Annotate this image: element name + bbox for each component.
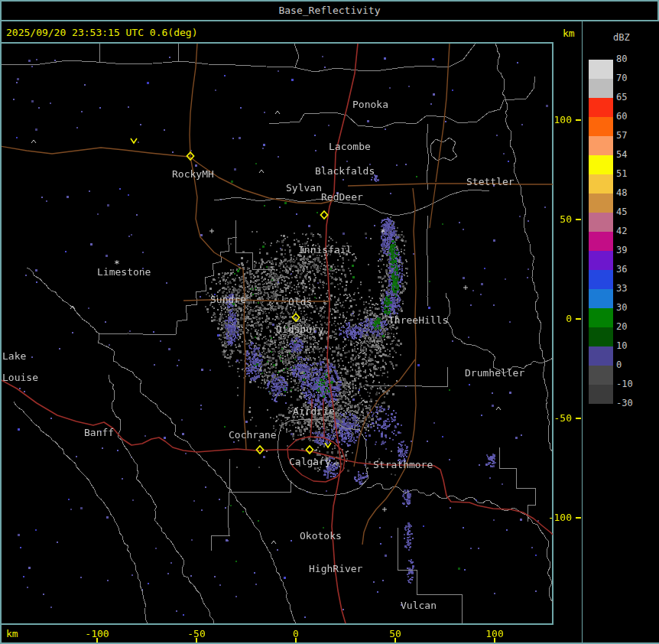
right-axis-tick (576, 119, 581, 121)
boundary-line (2, 44, 476, 72)
legend-cell (589, 174, 613, 194)
city-label: Ponoka (352, 99, 388, 110)
city-label: Vulcan (401, 600, 437, 611)
road-red (2, 379, 342, 460)
right-axis-tick (576, 318, 581, 320)
station-diamond-marker (321, 211, 328, 219)
city-label: Airdrie (293, 405, 335, 417)
right-axis-tick (576, 517, 581, 519)
road-brown (190, 44, 197, 156)
legend-cell (589, 366, 613, 385)
legend-cell (589, 155, 613, 174)
city-label: Sylvan (286, 182, 322, 194)
legend-cell (589, 251, 613, 270)
boundary-line (99, 333, 176, 335)
city-label: Lake (2, 350, 26, 362)
city-label: Louise (2, 372, 38, 383)
right-axis-unit-label: km (563, 28, 575, 39)
city-label: Calgary (289, 456, 331, 467)
legend-cell (589, 213, 613, 232)
boundary-line (14, 402, 148, 623)
legend-cell (589, 117, 613, 136)
legend-panel: dBZ 807065605754514845423936333020100-10… (583, 21, 659, 642)
road-red (342, 460, 553, 535)
boundary-line (446, 293, 553, 373)
right-axis-tick-label: -100 (538, 512, 572, 523)
legend-tick-label: 51 (616, 168, 650, 179)
legend-tick-label: 54 (616, 149, 650, 160)
boundary-line (495, 44, 552, 451)
city-label: Blackfalds (315, 165, 375, 177)
city-label: Limestone (97, 266, 151, 278)
caret-marker (275, 111, 280, 114)
city-label: Cochrane (229, 429, 277, 441)
legend-cell (589, 289, 613, 308)
boundary-line (269, 76, 535, 128)
legend-tick-label: 30 (616, 302, 650, 313)
caret-marker (259, 170, 264, 173)
city-label: Olds (288, 296, 312, 307)
boundary-line (430, 138, 457, 161)
caret-marker (333, 463, 337, 466)
city-label: Banff (84, 427, 114, 438)
city-label: Didsbury (276, 324, 324, 335)
plus-marker (382, 507, 387, 512)
caret-marker (271, 541, 276, 544)
legend-tick-label: 65 (616, 92, 650, 102)
boundary-line (427, 124, 429, 190)
legend-tick-label: 57 (616, 130, 650, 141)
right-axis-tick-label: -50 (538, 412, 572, 424)
legend-tick-label: 45 (616, 207, 650, 217)
legend-tick-label: 70 (616, 73, 650, 83)
legend-cell (589, 60, 613, 79)
city-label: Innisfail (298, 244, 352, 255)
title-bar: Base_Reflectivity (0, 0, 659, 21)
legend-tick-label: 20 (616, 321, 650, 332)
right-axis-tick-label: 50 (538, 213, 572, 225)
legend-tick-label: -30 (616, 398, 650, 408)
city-label: RockyMH (172, 168, 214, 180)
legend-tick-label: -10 (616, 379, 650, 389)
road-brown (2, 146, 334, 203)
legend-tick-label: 80 (616, 54, 650, 64)
boundary-line (176, 237, 237, 334)
legend-cell (589, 270, 613, 289)
city-label: Stettler (466, 176, 515, 187)
bottom-axis-tick (96, 638, 98, 642)
caret-marker (496, 407, 501, 410)
boundary-line (427, 216, 428, 306)
road-brown (362, 188, 416, 545)
legend-tick-label: 10 (616, 340, 650, 351)
legend-tick-label: 48 (616, 187, 650, 198)
city-label: Lacombe (329, 141, 371, 152)
boundary-line (211, 459, 229, 551)
boundary-line (294, 44, 299, 67)
boundary-line (367, 483, 553, 603)
legend-cell (589, 79, 613, 98)
legend-cell (589, 98, 613, 117)
road-red (323, 398, 324, 437)
boundary-line (229, 480, 291, 492)
road-brown (430, 184, 436, 228)
legend-cell (589, 346, 613, 366)
right-axis-tick-label: 100 (538, 114, 572, 125)
bottom-axis-tick (196, 638, 197, 642)
caret-marker (31, 140, 36, 143)
plus-marker (463, 285, 468, 290)
road-brown (354, 359, 415, 467)
city-label: Sundre (210, 294, 246, 305)
title-separator-line (0, 20, 659, 21)
road-brown (436, 44, 450, 182)
city-label: RedDeer (321, 191, 363, 203)
city-label: HighRiver (309, 563, 363, 574)
legend-cell (589, 232, 613, 251)
right-axis-tick (576, 418, 581, 419)
legend-title: dBZ (613, 32, 630, 43)
legend-tick-label: 36 (616, 264, 650, 275)
v-marker (131, 138, 137, 143)
v-marker (325, 443, 331, 447)
legend-tick-label: 33 (616, 283, 650, 294)
legend-tick-label: 42 (616, 226, 650, 236)
legend-cell (589, 308, 613, 327)
bottom-axis-tick (394, 638, 396, 642)
